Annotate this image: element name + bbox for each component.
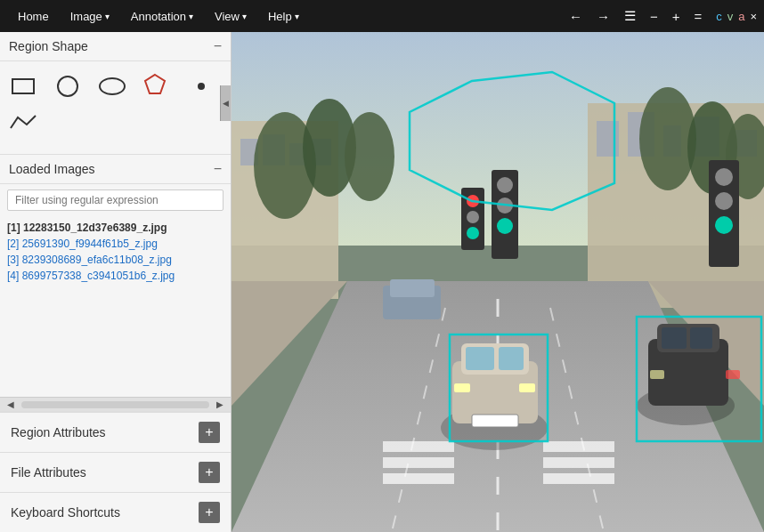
- navbar: Home Image ▾ Annotation ▾ View ▾ Help ▾ …: [0, 0, 764, 32]
- scroll-right-btn[interactable]: ▶: [213, 399, 227, 409]
- svg-point-35: [467, 227, 479, 239]
- region-shape-header: Region Shape −: [0, 32, 231, 61]
- list-item[interactable]: [4] 8699757338_c3941051b6_z.jpg: [7, 268, 224, 284]
- keyboard-shortcuts-expand-btn[interactable]: +: [199, 502, 220, 523]
- nav-help[interactable]: Help ▾: [257, 0, 310, 32]
- file-attributes-title: File Attributes: [11, 465, 86, 480]
- svg-point-15: [345, 112, 394, 201]
- region-shapes-area: [0, 61, 231, 155]
- nav-view-arrow: ▾: [242, 12, 247, 21]
- region-attributes-expand-btn[interactable]: +: [199, 422, 220, 443]
- loaded-images-title: Loaded Images: [9, 162, 95, 176]
- svg-rect-26: [383, 457, 454, 468]
- region-attributes-section[interactable]: Region Attributes +: [0, 412, 231, 452]
- nav-prev-icon[interactable]: ←: [565, 7, 586, 26]
- list-item[interactable]: [2] 25691390_f9944f61b5_z.jpg: [7, 236, 224, 252]
- region-attributes-title: Region Attributes: [11, 425, 106, 439]
- file-attributes-expand-btn[interactable]: +: [199, 462, 220, 483]
- main-content[interactable]: [232, 32, 764, 532]
- svg-rect-27: [383, 473, 454, 484]
- svg-rect-59: [650, 370, 664, 379]
- svg-rect-28: [543, 441, 614, 452]
- svg-rect-53: [472, 415, 518, 427]
- nav-annotation-arrow: ▾: [189, 12, 193, 21]
- shape-polyline-btn[interactable]: [9, 108, 37, 136]
- keyboard-shortcuts-title: Keyboard Shortcuts: [11, 505, 120, 520]
- nav-letter-group: c v a ×: [716, 10, 757, 23]
- shape-polygon-btn[interactable]: [142, 72, 171, 101]
- filter-input[interactable]: [7, 189, 224, 211]
- scroll-indicator: ◀ ▶: [0, 397, 231, 411]
- nav-letter-c[interactable]: c: [716, 10, 722, 23]
- shapes-row2: [9, 108, 222, 136]
- loaded-images-section: [1] 12283150_12d37e6389_z.jpg [2] 256913…: [0, 184, 231, 412]
- region-shape-collapse-btn[interactable]: −: [214, 39, 222, 53]
- loaded-images-header: Loaded Images −: [0, 155, 231, 184]
- nav-next-icon[interactable]: →: [593, 7, 614, 26]
- svg-point-16: [639, 87, 696, 190]
- nav-image-arrow: ▾: [105, 12, 110, 21]
- nav-letter-x[interactable]: ×: [750, 10, 757, 23]
- shape-polyline-icon: [9, 112, 37, 132]
- image-list: [1] 12283150_12d37e6389_z.jpg [2] 256913…: [0, 216, 231, 397]
- shape-point-icon: [198, 83, 205, 90]
- annotation-canvas[interactable]: [232, 32, 764, 532]
- shape-rectangle-btn[interactable]: [9, 72, 37, 101]
- nav-letter-v[interactable]: v: [727, 10, 734, 23]
- svg-point-44: [715, 192, 733, 210]
- nav-zoom-out-icon[interactable]: −: [646, 7, 662, 26]
- svg-marker-0: [145, 75, 165, 93]
- shape-circle-icon: [57, 76, 78, 97]
- shape-ellipse-btn[interactable]: [98, 72, 126, 101]
- nav-fit-icon[interactable]: =: [690, 7, 705, 26]
- svg-rect-25: [383, 441, 454, 452]
- nav-help-arrow: ▾: [295, 12, 299, 21]
- sidebar: ◀ Region Shape −: [0, 32, 232, 532]
- svg-rect-52: [519, 383, 535, 392]
- svg-point-45: [715, 216, 733, 234]
- scroll-left-btn[interactable]: ◀: [4, 399, 18, 409]
- svg-rect-29: [543, 457, 614, 468]
- list-item[interactable]: [3] 8239308689_efa6c11b08_z.jpg: [7, 252, 224, 268]
- shape-rect-icon: [12, 78, 35, 94]
- svg-point-38: [497, 177, 513, 193]
- shape-polygon-icon: [142, 72, 167, 97]
- svg-rect-30: [543, 473, 614, 484]
- svg-rect-62: [390, 279, 435, 297]
- sidebar-collapse-handle[interactable]: ◀: [220, 85, 231, 121]
- shapes-row1: [9, 72, 222, 101]
- shape-circle-btn[interactable]: [53, 72, 82, 101]
- nav-icon-group: ← → ☰ − + =: [565, 6, 705, 26]
- svg-point-34: [467, 211, 479, 223]
- region-shape-title: Region Shape: [9, 39, 88, 53]
- keyboard-shortcuts-section[interactable]: Keyboard Shortcuts +: [0, 492, 231, 532]
- nav-menu-icon[interactable]: ☰: [621, 6, 639, 26]
- svg-rect-58: [690, 327, 712, 349]
- loaded-images-collapse-btn[interactable]: −: [214, 162, 222, 176]
- file-attributes-section[interactable]: File Attributes +: [0, 452, 231, 492]
- svg-point-40: [497, 218, 513, 234]
- svg-rect-49: [466, 347, 494, 370]
- svg-rect-50: [499, 347, 524, 370]
- svg-rect-51: [454, 383, 470, 392]
- nav-letter-a[interactable]: a: [738, 10, 744, 23]
- nav-view[interactable]: View ▾: [204, 0, 257, 32]
- horizontal-scrollbar[interactable]: [21, 401, 209, 408]
- svg-rect-57: [662, 327, 687, 349]
- nav-image[interactable]: Image ▾: [60, 0, 120, 32]
- list-item[interactable]: [1] 12283150_12d37e6389_z.jpg: [7, 220, 224, 236]
- svg-rect-60: [726, 370, 740, 379]
- nav-zoom-in-icon[interactable]: +: [669, 7, 684, 26]
- nav-home[interactable]: Home: [7, 0, 60, 32]
- svg-point-43: [715, 168, 733, 186]
- nav-annotation[interactable]: Annotation ▾: [120, 0, 204, 32]
- shape-ellipse-icon: [99, 77, 126, 95]
- main-layout: ◀ Region Shape −: [0, 32, 764, 532]
- shape-point-btn[interactable]: [187, 72, 215, 101]
